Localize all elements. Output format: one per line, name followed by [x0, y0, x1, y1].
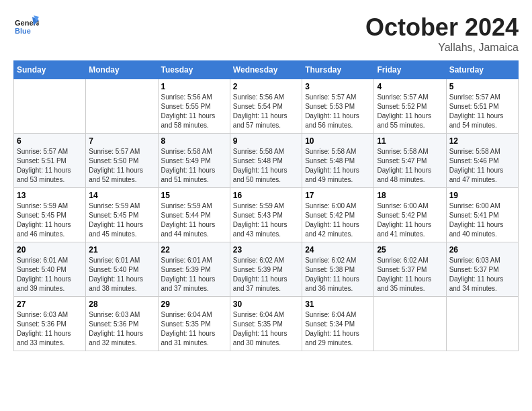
- calendar-cell: 16Sunrise: 5:59 AM Sunset: 5:43 PM Dayli…: [230, 188, 302, 242]
- day-number: 30: [233, 300, 299, 309]
- day-info: Sunrise: 5:57 AM Sunset: 5:50 PM Dayligh…: [89, 147, 154, 185]
- day-number: 9: [233, 136, 299, 146]
- calendar-cell: 7Sunrise: 5:57 AM Sunset: 5:50 PM Daylig…: [86, 134, 158, 188]
- calendar-cell: [86, 79, 158, 134]
- day-number: 20: [17, 245, 83, 255]
- day-info: Sunrise: 6:03 AM Sunset: 5:36 PM Dayligh…: [17, 310, 83, 348]
- day-number: 16: [233, 191, 299, 200]
- day-info: Sunrise: 6:01 AM Sunset: 5:40 PM Dayligh…: [89, 256, 154, 293]
- day-info: Sunrise: 5:59 AM Sunset: 5:45 PM Dayligh…: [89, 201, 154, 239]
- calendar-cell: 24Sunrise: 6:02 AM Sunset: 5:38 PM Dayli…: [302, 242, 374, 297]
- day-number: 7: [89, 136, 154, 146]
- day-number: 12: [449, 136, 515, 146]
- calendar-cell: 3Sunrise: 5:57 AM Sunset: 5:53 PM Daylig…: [302, 79, 374, 134]
- day-number: 11: [377, 136, 443, 146]
- location: Yallahs, Jamaica: [365, 42, 519, 54]
- weekday-header: Wednesday: [230, 61, 302, 79]
- day-number: 24: [305, 245, 371, 255]
- calendar-cell: 20Sunrise: 6:01 AM Sunset: 5:40 PM Dayli…: [14, 242, 86, 297]
- day-info: Sunrise: 5:57 AM Sunset: 5:51 PM Dayligh…: [17, 147, 83, 185]
- day-number: 13: [17, 191, 83, 200]
- weekday-header: Thursday: [302, 61, 374, 79]
- weekday-header: Sunday: [14, 61, 86, 79]
- calendar-cell: 25Sunrise: 6:02 AM Sunset: 5:37 PM Dayli…: [374, 242, 446, 297]
- page-header: General Blue October 2024 Yallahs, Jamai…: [13, 13, 519, 54]
- calendar-week-row: 1Sunrise: 5:56 AM Sunset: 5:55 PM Daylig…: [14, 79, 519, 134]
- calendar-cell: 17Sunrise: 6:00 AM Sunset: 5:42 PM Dayli…: [302, 188, 374, 242]
- day-info: Sunrise: 5:59 AM Sunset: 5:45 PM Dayligh…: [17, 201, 83, 239]
- weekday-header: Monday: [86, 61, 158, 79]
- calendar-cell: 29Sunrise: 6:04 AM Sunset: 5:35 PM Dayli…: [158, 297, 230, 351]
- day-info: Sunrise: 6:02 AM Sunset: 5:37 PM Dayligh…: [377, 256, 443, 293]
- calendar-cell: 18Sunrise: 6:00 AM Sunset: 5:42 PM Dayli…: [374, 188, 446, 242]
- day-info: Sunrise: 6:04 AM Sunset: 5:35 PM Dayligh…: [233, 310, 299, 348]
- calendar-cell: 4Sunrise: 5:57 AM Sunset: 5:52 PM Daylig…: [374, 79, 446, 134]
- day-info: Sunrise: 5:57 AM Sunset: 5:51 PM Dayligh…: [449, 93, 515, 130]
- calendar-week-row: 6Sunrise: 5:57 AM Sunset: 5:51 PM Daylig…: [14, 134, 519, 188]
- day-info: Sunrise: 5:58 AM Sunset: 5:48 PM Dayligh…: [305, 147, 371, 185]
- day-info: Sunrise: 6:04 AM Sunset: 5:35 PM Dayligh…: [161, 310, 227, 348]
- day-number: 3: [305, 82, 371, 91]
- calendar-cell: 26Sunrise: 6:03 AM Sunset: 5:37 PM Dayli…: [446, 242, 518, 297]
- calendar-cell: 22Sunrise: 6:01 AM Sunset: 5:39 PM Dayli…: [158, 242, 230, 297]
- generalblue-logo-icon: General Blue: [13, 13, 39, 39]
- calendar-cell: 10Sunrise: 5:58 AM Sunset: 5:48 PM Dayli…: [302, 134, 374, 188]
- day-number: 29: [161, 300, 227, 309]
- day-number: 6: [17, 136, 83, 146]
- day-info: Sunrise: 5:57 AM Sunset: 5:52 PM Dayligh…: [377, 93, 443, 130]
- day-number: 21: [89, 245, 154, 255]
- day-info: Sunrise: 5:59 AM Sunset: 5:43 PM Dayligh…: [233, 201, 299, 239]
- calendar-cell: 13Sunrise: 5:59 AM Sunset: 5:45 PM Dayli…: [14, 188, 86, 242]
- day-number: 28: [89, 300, 154, 309]
- day-info: Sunrise: 5:56 AM Sunset: 5:54 PM Dayligh…: [233, 93, 299, 130]
- calendar-cell: [14, 79, 86, 134]
- day-info: Sunrise: 6:00 AM Sunset: 5:42 PM Dayligh…: [305, 201, 371, 239]
- day-number: 15: [161, 191, 227, 200]
- calendar-week-row: 13Sunrise: 5:59 AM Sunset: 5:45 PM Dayli…: [14, 188, 519, 242]
- calendar-cell: 15Sunrise: 5:59 AM Sunset: 5:44 PM Dayli…: [158, 188, 230, 242]
- calendar-cell: 6Sunrise: 5:57 AM Sunset: 5:51 PM Daylig…: [14, 134, 86, 188]
- day-info: Sunrise: 5:58 AM Sunset: 5:46 PM Dayligh…: [449, 147, 515, 185]
- calendar-cell: 12Sunrise: 5:58 AM Sunset: 5:46 PM Dayli…: [446, 134, 518, 188]
- day-info: Sunrise: 6:00 AM Sunset: 5:42 PM Dayligh…: [377, 201, 443, 239]
- title-block: October 2024 Yallahs, Jamaica: [365, 13, 519, 54]
- calendar-header-row: SundayMondayTuesdayWednesdayThursdayFrid…: [14, 61, 519, 79]
- weekday-header: Saturday: [446, 61, 518, 79]
- weekday-header: Friday: [374, 61, 446, 79]
- day-number: 22: [161, 245, 227, 255]
- calendar-cell: 19Sunrise: 6:00 AM Sunset: 5:41 PM Dayli…: [446, 188, 518, 242]
- day-number: 4: [377, 82, 443, 91]
- day-info: Sunrise: 6:02 AM Sunset: 5:39 PM Dayligh…: [233, 256, 299, 293]
- day-info: Sunrise: 6:00 AM Sunset: 5:41 PM Dayligh…: [449, 201, 515, 239]
- day-info: Sunrise: 5:58 AM Sunset: 5:47 PM Dayligh…: [377, 147, 443, 185]
- day-number: 26: [449, 245, 515, 255]
- day-number: 14: [89, 191, 154, 200]
- day-info: Sunrise: 5:58 AM Sunset: 5:48 PM Dayligh…: [233, 147, 299, 185]
- calendar-week-row: 20Sunrise: 6:01 AM Sunset: 5:40 PM Dayli…: [14, 242, 519, 297]
- weekday-header: Tuesday: [158, 61, 230, 79]
- day-number: 27: [17, 300, 83, 309]
- calendar-cell: 8Sunrise: 5:58 AM Sunset: 5:49 PM Daylig…: [158, 134, 230, 188]
- calendar-cell: 27Sunrise: 6:03 AM Sunset: 5:36 PM Dayli…: [14, 297, 86, 351]
- day-number: 18: [377, 191, 443, 200]
- day-number: 1: [161, 82, 227, 91]
- calendar-table: SundayMondayTuesdayWednesdayThursdayFrid…: [13, 60, 519, 351]
- calendar-cell: 1Sunrise: 5:56 AM Sunset: 5:55 PM Daylig…: [158, 79, 230, 134]
- calendar-cell: [446, 297, 518, 351]
- calendar-cell: 31Sunrise: 6:04 AM Sunset: 5:34 PM Dayli…: [302, 297, 374, 351]
- month-title: October 2024: [365, 13, 519, 42]
- day-number: 10: [305, 136, 371, 146]
- calendar-cell: 21Sunrise: 6:01 AM Sunset: 5:40 PM Dayli…: [86, 242, 158, 297]
- day-info: Sunrise: 6:02 AM Sunset: 5:38 PM Dayligh…: [305, 256, 371, 293]
- day-info: Sunrise: 6:01 AM Sunset: 5:39 PM Dayligh…: [161, 256, 227, 293]
- day-info: Sunrise: 6:03 AM Sunset: 5:36 PM Dayligh…: [89, 310, 154, 348]
- calendar-cell: 30Sunrise: 6:04 AM Sunset: 5:35 PM Dayli…: [230, 297, 302, 351]
- calendar-cell: 2Sunrise: 5:56 AM Sunset: 5:54 PM Daylig…: [230, 79, 302, 134]
- day-number: 8: [161, 136, 227, 146]
- calendar-week-row: 27Sunrise: 6:03 AM Sunset: 5:36 PM Dayli…: [14, 297, 519, 351]
- day-info: Sunrise: 6:01 AM Sunset: 5:40 PM Dayligh…: [17, 256, 83, 293]
- calendar-cell: 11Sunrise: 5:58 AM Sunset: 5:47 PM Dayli…: [374, 134, 446, 188]
- day-number: 5: [449, 82, 515, 91]
- calendar-cell: [374, 297, 446, 351]
- calendar-cell: 14Sunrise: 5:59 AM Sunset: 5:45 PM Dayli…: [86, 188, 158, 242]
